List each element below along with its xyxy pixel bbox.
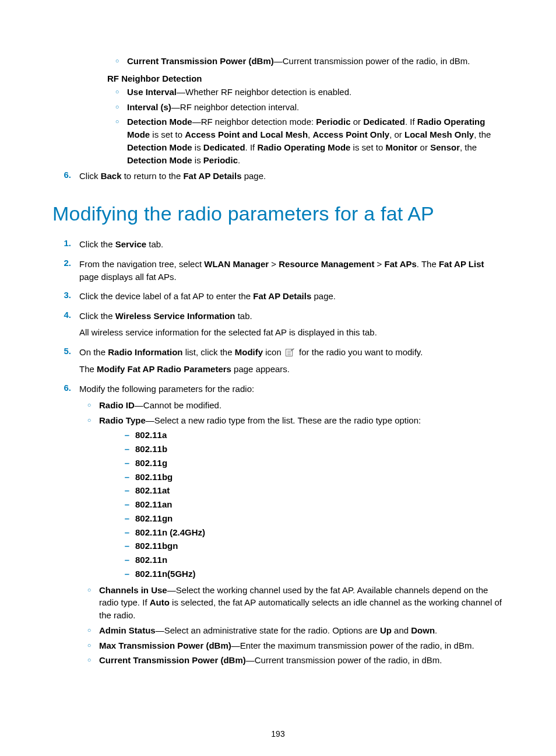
list-item: –802.11an [119, 498, 504, 511]
list-item: –802.11a [119, 429, 504, 442]
step-4: 4. Click the Wireless Service Informatio… [52, 310, 504, 342]
step-body: Modify the following parameters for the … [79, 383, 504, 669]
step-number: 5. [52, 346, 79, 356]
term: Current Transmission Power (dBm) [99, 655, 246, 665]
step-number: 6. [52, 383, 79, 393]
bullet-circle-icon: ○ [79, 654, 99, 666]
top-fragment: ○ Current Transmission Power (dBm)—Curre… [87, 55, 504, 166]
step-body: On the Radio Information list, click the… [79, 346, 504, 380]
dash-icon: – [119, 498, 135, 511]
list-item: ○ Current Transmission Power (dBm)—Curre… [79, 654, 504, 667]
list-item: –802.11b [119, 443, 504, 456]
desc: —Current transmission power of the radio… [246, 655, 442, 665]
list-item-body: Max Transmission Power (dBm)—Enter the m… [99, 639, 504, 652]
list-item: –802.11n (2.4GHz) [119, 526, 504, 539]
dash-icon: – [119, 568, 135, 580]
list-item-body: Current Transmission Power (dBm)—Current… [99, 654, 504, 667]
radio-type-value: 802.11gn [135, 512, 504, 525]
step-number: 6. [52, 170, 79, 180]
step-body: Click the device label of a fat AP to en… [79, 290, 504, 306]
step-number: 4. [52, 310, 79, 320]
dash-icon: – [119, 457, 135, 470]
dash-icon: – [119, 429, 135, 442]
list-item-body: Channels in Use—Select the working chann… [99, 584, 504, 622]
list-item: ○ Use Interval—Whether RF neighbor detec… [107, 86, 504, 99]
list-item-body: Interval (s)—RF neighbor detection inter… [127, 101, 504, 114]
term: Channels in Use [99, 585, 167, 595]
radio-type-value: 802.11a [135, 429, 504, 442]
list-item: ○ Admin Status—Select an administrative … [79, 624, 504, 637]
radio-type-value: 802.11n (2.4GHz) [135, 526, 504, 539]
term: Admin Status [99, 625, 156, 635]
step-number: 1. [52, 238, 79, 248]
list-item: –802.11bgn [119, 540, 504, 552]
bullet-circle-icon: ○ [107, 101, 127, 113]
list-item: ○ Max Transmission Power (dBm)—Enter the… [79, 639, 504, 652]
dash-icon: – [119, 540, 135, 552]
step-number: 3. [52, 290, 79, 300]
list-item-body: Detection Mode—RF neighbor detection mod… [127, 116, 504, 166]
page-number: 193 [0, 729, 556, 738]
page: ○ Current Transmission Power (dBm)—Curre… [0, 0, 556, 756]
desc: —Enter the maximum transmission power of… [231, 640, 474, 650]
dash-icon: – [119, 512, 135, 525]
desc: —Cannot be modified. [135, 400, 221, 410]
radio-type-value: 802.11n(5GHz) [135, 568, 504, 580]
top-circle-list-2: ○ Use Interval—Whether RF neighbor detec… [107, 86, 504, 167]
list-item: –802.11gn [119, 512, 504, 525]
list-item: –802.11n(5GHz) [119, 568, 504, 580]
desc: —Current transmission power of the radio… [274, 56, 470, 66]
radio-type-value: 802.11g [135, 457, 504, 470]
step-text: Modify the following parameters for the … [79, 383, 504, 396]
list-item-body: Admin Status—Select an administrative st… [99, 624, 504, 637]
bullet-circle-icon: ○ [79, 639, 99, 651]
step-body: Click Back to return to the Fat AP Detai… [79, 170, 504, 186]
bullet-circle-icon: ○ [79, 399, 99, 411]
step-body: From the navigation tree, select WLAN Ma… [79, 258, 504, 287]
step-body: Click the Service tab. [79, 238, 504, 254]
top-circle-list-1: ○ Current Transmission Power (dBm)—Curre… [107, 55, 504, 68]
radio-type-value: 802.11bg [135, 471, 504, 484]
list-item: –802.11n [119, 554, 504, 566]
radio-type-value: 802.11bgn [135, 540, 504, 552]
radio-type-value: 802.11at [135, 484, 504, 497]
step-1: 1. Click the Service tab. [52, 238, 504, 254]
dash-icon: – [119, 484, 135, 497]
step-3: 3. Click the device label of a fat AP to… [52, 290, 504, 306]
desc: —Whether RF neighbor detection is enable… [177, 87, 351, 97]
list-item-body: Use Interval—Whether RF neighbor detecti… [127, 86, 504, 99]
section-heading: Modifying the radio parameters for a fat… [52, 202, 504, 225]
rf-neighbor-header: RF Neighbor Detection [107, 74, 504, 83]
bullet-circle-icon: ○ [79, 624, 99, 636]
main-numbered: 1. Click the Service tab. 2. From the na… [52, 238, 504, 669]
list-item: ○ Detection Mode—RF neighbor detection m… [107, 116, 504, 166]
radio-type-value: 802.11b [135, 443, 504, 456]
dash-icon: – [119, 526, 135, 539]
term: Use Interval [127, 87, 177, 97]
step-number: 2. [52, 258, 79, 268]
step-2: 2. From the navigation tree, select WLAN… [52, 258, 504, 287]
modify-icon [286, 347, 295, 360]
list-item: ○ Radio Type—Select a new radio type fro… [79, 414, 504, 582]
term: Radio Type [99, 415, 146, 425]
list-item-body: Radio Type—Select a new radio type from … [99, 414, 504, 582]
list-item: ○ Radio ID—Cannot be modified. [79, 399, 504, 412]
list-item: ○ Current Transmission Power (dBm)—Curre… [107, 55, 504, 68]
term: Current Transmission Power (dBm) [127, 56, 274, 66]
top-numbered: 6. Click Back to return to the Fat AP De… [52, 170, 504, 186]
step-6: 6. Modify the following parameters for t… [52, 383, 504, 669]
term: Interval (s) [127, 102, 171, 112]
radio-type-list: –802.11a–802.11b–802.11g–802.11bg–802.11… [119, 429, 504, 580]
bullet-circle-icon: ○ [107, 86, 127, 97]
term: Radio ID [99, 400, 135, 410]
dash-icon: – [119, 471, 135, 484]
bullet-circle-icon: ○ [79, 584, 99, 596]
radio-type-value: 802.11an [135, 498, 504, 511]
desc: —Select a new radio type from the list. … [146, 415, 421, 425]
step-note: All wireless service information for the… [79, 326, 504, 339]
list-item: –802.11bg [119, 471, 504, 484]
list-item: ○ Interval (s)—RF neighbor detection int… [107, 101, 504, 114]
step-6-top: 6. Click Back to return to the Fat AP De… [52, 170, 504, 186]
step-5: 5. On the Radio Information list, click … [52, 346, 504, 380]
bullet-circle-icon: ○ [79, 414, 99, 426]
